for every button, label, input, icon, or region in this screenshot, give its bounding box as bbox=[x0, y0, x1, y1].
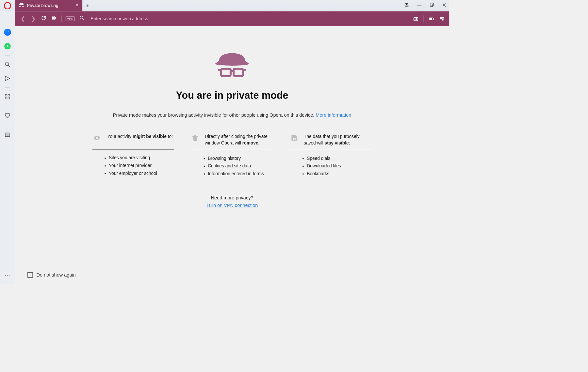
vpn-prompt: Need more privacy? bbox=[92, 195, 372, 200]
svg-rect-22 bbox=[221, 69, 231, 76]
address-bar: ❮ ❯ VPN bbox=[15, 11, 449, 26]
svg-rect-6 bbox=[8, 94, 9, 96]
battery-saver-icon[interactable] bbox=[429, 16, 434, 22]
opera-logo-icon[interactable] bbox=[0, 0, 15, 11]
divider bbox=[61, 15, 62, 22]
list-item: Speed dials bbox=[307, 155, 372, 162]
heart-icon[interactable] bbox=[4, 112, 11, 119]
speed-dial-icon[interactable] bbox=[4, 93, 11, 100]
svg-rect-8 bbox=[8, 97, 9, 99]
visibility-column: Your activity might be visible to: Sites… bbox=[92, 134, 174, 178]
reload-button[interactable] bbox=[41, 15, 47, 22]
turn-on-vpn-link[interactable]: Turn on VPN connection bbox=[206, 202, 258, 208]
maximize-button[interactable] bbox=[429, 3, 435, 8]
svg-point-4 bbox=[5, 62, 9, 66]
eye-icon bbox=[92, 134, 102, 142]
svg-point-21 bbox=[442, 19, 443, 20]
snapshot-icon[interactable] bbox=[413, 16, 418, 22]
svg-point-14 bbox=[80, 16, 83, 19]
list-item: Cookies and site data bbox=[208, 162, 273, 170]
incognito-hat-icon bbox=[19, 3, 24, 8]
svg-rect-23 bbox=[234, 69, 243, 76]
close-window-button[interactable] bbox=[441, 3, 447, 8]
window-controls: — bbox=[404, 0, 447, 11]
vpn-badge[interactable]: VPN bbox=[66, 16, 75, 21]
browser-tab[interactable]: Private browsing × bbox=[15, 0, 82, 11]
svg-rect-12 bbox=[52, 18, 54, 20]
address-search-icon[interactable] bbox=[79, 15, 85, 22]
svg-rect-10 bbox=[52, 16, 54, 17]
sidebar-more-icon[interactable]: ⋯ bbox=[5, 272, 10, 278]
svg-rect-5 bbox=[5, 94, 7, 96]
list-item: Information entered in forms bbox=[208, 170, 273, 178]
close-tab-icon[interactable]: × bbox=[76, 3, 78, 8]
checkbox-box[interactable] bbox=[27, 272, 33, 278]
svg-point-19 bbox=[442, 17, 443, 18]
svg-point-20 bbox=[441, 18, 442, 19]
svg-rect-2 bbox=[430, 4, 433, 7]
send-icon[interactable] bbox=[4, 75, 11, 82]
back-button[interactable]: ❮ bbox=[20, 15, 26, 22]
svg-point-0 bbox=[5, 2, 11, 9]
page-title: You are in private mode bbox=[92, 90, 372, 101]
messenger-icon[interactable] bbox=[4, 29, 11, 36]
downloads-indicator-icon[interactable] bbox=[404, 3, 410, 9]
saved-column: The data that you purposely saved will s… bbox=[290, 134, 372, 178]
list-item: Your employer or school bbox=[109, 169, 174, 177]
svg-point-16 bbox=[415, 18, 417, 20]
list-item: Browsing history bbox=[208, 155, 273, 162]
address-input[interactable] bbox=[89, 16, 409, 21]
sidebar: ⋯ bbox=[0, 11, 15, 284]
list-item: Your internet provider bbox=[109, 162, 174, 169]
trash-icon bbox=[191, 134, 199, 142]
page-subtitle: Private mode makes your browsing activit… bbox=[92, 111, 372, 119]
speed-dial-button[interactable] bbox=[51, 15, 57, 22]
easy-setup-icon[interactable] bbox=[439, 16, 445, 22]
whatsapp-icon[interactable] bbox=[4, 43, 11, 50]
sidebar-separator bbox=[5, 55, 10, 56]
tab-title: Private browsing bbox=[27, 3, 58, 8]
titlebar: Private browsing × + — bbox=[0, 0, 449, 11]
list-item: Sites you are visiting bbox=[109, 154, 174, 162]
svg-rect-7 bbox=[5, 97, 7, 99]
list-item: Downloaded files bbox=[307, 162, 372, 170]
minimize-button[interactable]: — bbox=[416, 3, 422, 8]
svg-rect-18 bbox=[430, 18, 432, 20]
sidebar-separator bbox=[5, 87, 10, 88]
svg-rect-11 bbox=[55, 16, 56, 17]
svg-rect-1 bbox=[19, 3, 24, 5]
do-not-show-again-checkbox[interactable]: Do not show again bbox=[27, 272, 76, 278]
page-content: You are in private mode Private mode mak… bbox=[15, 26, 449, 284]
more-information-link[interactable]: More information bbox=[316, 112, 351, 118]
private-mode-icon bbox=[215, 51, 250, 80]
new-tab-button[interactable]: + bbox=[82, 0, 92, 11]
list-item: Bookmarks bbox=[307, 170, 372, 178]
svg-rect-26 bbox=[294, 139, 295, 140]
svg-rect-13 bbox=[55, 18, 56, 20]
search-icon[interactable] bbox=[4, 61, 11, 68]
divider bbox=[424, 15, 424, 22]
remove-column: Directly after closing the private windo… bbox=[191, 134, 273, 178]
svg-rect-3 bbox=[431, 3, 433, 6]
news-icon[interactable] bbox=[4, 131, 11, 138]
save-disk-icon bbox=[290, 134, 298, 142]
svg-point-24 bbox=[96, 137, 98, 139]
forward-button[interactable]: ❯ bbox=[30, 15, 37, 22]
checkbox-label: Do not show again bbox=[37, 272, 76, 278]
